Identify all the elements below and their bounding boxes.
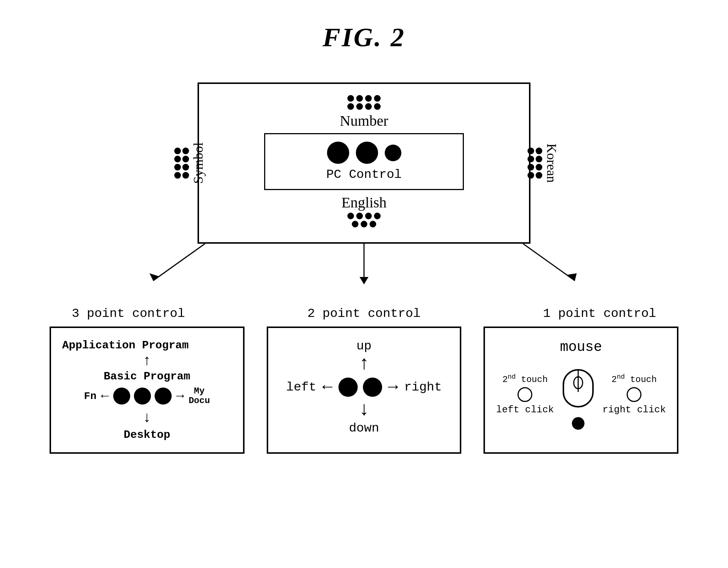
english-label: English <box>341 194 387 211</box>
mouse-left-col: 2nd touch left click <box>496 373 554 416</box>
mouse-icon <box>560 359 597 430</box>
my-docu-label: MyDocu <box>189 386 210 406</box>
direction-box: up ↑ left ← → right ↓ down <box>267 327 462 454</box>
arrows-container <box>50 244 678 288</box>
mouse-right-col: 2nd touch right click <box>602 373 666 416</box>
arrow-left-app: ← <box>101 389 109 404</box>
two-dots <box>338 378 382 397</box>
right-label: right <box>404 380 442 394</box>
korean-label: Korean <box>526 143 559 183</box>
second-touch-right: 2nd touch <box>611 373 657 385</box>
arrow-up-app: ↑ <box>62 354 232 369</box>
pc-control-label: PC Control <box>276 168 452 182</box>
top-diagram-box: Symbol Korean Number <box>198 82 530 244</box>
figure-title: FIG. 2 <box>323 22 405 53</box>
down-label: down <box>279 421 449 435</box>
arrow-left-dir: ← <box>322 378 333 397</box>
one-point-label: 1 point control <box>543 307 656 321</box>
mouse-layout: 2nd touch left click <box>496 359 666 430</box>
middle-row-app: Fn ← → MyDocu <box>62 386 232 406</box>
app-program-box: Application Program ↑ Basic Program Fn ←… <box>50 327 245 454</box>
pc-control-box: PC Control <box>264 133 464 190</box>
app-program-title: Application Program <box>62 339 232 352</box>
bottom-boxes-container: Application Program ↑ Basic Program Fn ←… <box>50 327 678 454</box>
mouse-title: mouse <box>496 339 666 355</box>
left-touch-circle <box>518 387 532 402</box>
number-label: Number <box>340 112 388 129</box>
second-touch-left: 2nd touch <box>502 373 547 385</box>
right-touch-circle <box>627 387 641 402</box>
two-point-label: 2 point control <box>307 307 421 321</box>
fn-label: Fn <box>84 390 97 402</box>
svg-marker-3 <box>360 277 368 284</box>
control-labels-row: 3 point control 2 point control 1 point … <box>50 307 678 321</box>
arrow-down-app: ↓ <box>62 410 232 426</box>
mouse-bottom-dot <box>572 417 584 430</box>
arrow-up-dir: ↑ <box>279 355 449 374</box>
english-section: English <box>214 194 514 227</box>
number-section: Number <box>214 95 514 129</box>
svg-line-4 <box>523 244 575 281</box>
middle-row-dir: left ← → right <box>279 378 449 397</box>
symbol-label: Symbol <box>174 142 206 184</box>
arrow-down-dir: ↓ <box>279 400 449 420</box>
basic-program-title: Basic Program <box>62 370 232 383</box>
mouse-box: mouse 2nd touch left click <box>483 327 678 454</box>
left-label: left <box>286 380 317 394</box>
svg-marker-1 <box>149 273 159 281</box>
right-click-label: right click <box>602 404 666 415</box>
up-label: up <box>279 339 449 353</box>
three-point-label: 3 point control <box>72 307 185 321</box>
arrow-right-app: → <box>176 389 184 404</box>
three-dots <box>113 388 172 405</box>
left-click-label: left click <box>496 404 554 415</box>
desktop-label: Desktop <box>62 429 232 441</box>
svg-line-0 <box>153 244 205 281</box>
arrow-right-dir: → <box>388 378 398 397</box>
